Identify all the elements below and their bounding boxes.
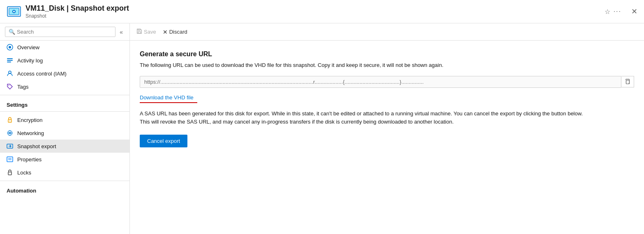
sidebar-label-overview: Overview — [17, 44, 39, 50]
overview-icon — [7, 44, 13, 50]
svg-rect-10 — [7, 62, 11, 62]
divider-1 — [0, 95, 129, 95]
download-link-underline — [140, 102, 197, 103]
discard-button[interactable]: ✕ Discard — [163, 27, 187, 37]
snapshot-export-icon — [7, 143, 13, 149]
sidebar-item-locks[interactable]: Locks — [0, 166, 129, 179]
resource-icon — [7, 4, 21, 19]
search-box[interactable]: 🔍 — [5, 27, 115, 37]
sidebar: 🔍 « Overview Activity log Access control… — [0, 23, 130, 234]
save-label: Save — [144, 29, 156, 35]
locks-icon — [7, 169, 13, 176]
sidebar-item-properties[interactable]: Properties — [0, 153, 129, 166]
url-field: https://................................… — [140, 76, 621, 88]
sidebar-label-tags: Tags — [17, 84, 28, 90]
download-vhd-link[interactable]: Download the VHD file — [140, 94, 194, 101]
copy-icon — [625, 79, 630, 85]
sidebar-label-properties: Properties — [17, 156, 42, 163]
sidebar-label-snapshot-export: Snapshot export — [17, 143, 56, 149]
url-field-row: https://................................… — [140, 76, 634, 88]
svg-rect-23 — [8, 172, 12, 175]
automation-section-label: Automation — [0, 183, 129, 195]
subtitle-text: Snapshot — [25, 13, 605, 19]
svg-point-5 — [13, 11, 15, 12]
svg-point-14 — [9, 121, 10, 122]
header-title-group: VM11_Disk | Snapshot export Snapshot — [25, 4, 605, 19]
sidebar-item-snapshot-export[interactable]: Snapshot export — [0, 140, 129, 153]
divider-3 — [0, 181, 129, 181]
iam-icon — [7, 70, 13, 77]
content-body: Generate a secure URL The following URL … — [130, 41, 644, 157]
title-text: VM11_Disk | Snapshot export — [25, 4, 129, 13]
svg-rect-20 — [7, 157, 13, 162]
toolbar: Save ✕ Discard — [130, 23, 644, 41]
svg-rect-9 — [7, 60, 13, 61]
encryption-icon — [7, 117, 13, 123]
save-button[interactable]: Save — [136, 27, 156, 37]
divider-2 — [0, 111, 129, 112]
sidebar-item-access-control[interactable]: Access control (IAM) — [0, 67, 129, 80]
cancel-export-button[interactable]: Cancel export — [140, 135, 187, 147]
more-options-button[interactable]: ··· — [614, 8, 621, 15]
sidebar-label-encryption: Encryption — [17, 117, 42, 123]
header-actions: ☆ ··· ✕ — [605, 7, 637, 16]
networking-icon — [7, 130, 13, 136]
discard-label: Discard — [169, 29, 187, 35]
sidebar-item-overview[interactable]: Overview — [0, 41, 129, 54]
settings-section-label: Settings — [0, 97, 129, 110]
sidebar-label-networking: Networking — [17, 130, 44, 136]
search-input[interactable] — [17, 29, 112, 35]
save-icon — [136, 28, 142, 35]
sidebar-label-iam: Access control (IAM) — [17, 71, 67, 77]
copy-url-button[interactable] — [621, 76, 634, 87]
sidebar-label-locks: Locks — [17, 170, 31, 176]
section-title: Generate a secure URL — [140, 50, 634, 58]
main-layout: 🔍 « Overview Activity log Access control… — [0, 23, 644, 234]
svg-point-11 — [9, 71, 11, 73]
info-text: A SAS URL has been generated for this di… — [140, 110, 592, 127]
discard-icon: ✕ — [163, 29, 168, 35]
page-header: VM11_Disk | Snapshot export Snapshot ☆ ·… — [0, 0, 644, 23]
sidebar-item-activity-log[interactable]: Activity log — [0, 54, 129, 67]
sidebar-item-tags[interactable]: Tags — [0, 80, 129, 93]
page-title: VM11_Disk | Snapshot export — [25, 4, 605, 13]
properties-icon — [7, 156, 13, 163]
tags-icon — [7, 83, 13, 90]
sidebar-search-area: 🔍 « — [0, 23, 129, 41]
svg-point-12 — [9, 85, 9, 86]
search-icon: 🔍 — [9, 29, 15, 35]
svg-rect-8 — [7, 58, 13, 59]
sidebar-label-activity-log: Activity log — [17, 57, 43, 64]
sidebar-item-networking[interactable]: Networking — [0, 126, 129, 140]
favorite-button[interactable]: ☆ — [605, 8, 610, 16]
collapse-sidebar-button[interactable]: « — [118, 27, 125, 37]
svg-point-7 — [9, 46, 11, 48]
activity-log-icon — [7, 57, 13, 64]
sidebar-item-encryption[interactable]: Encryption — [0, 113, 129, 126]
section-description: The following URL can be used to downloa… — [140, 61, 634, 69]
close-button[interactable]: ✕ — [631, 7, 637, 16]
content-area: Save ✕ Discard Generate a secure URL The… — [130, 23, 644, 234]
